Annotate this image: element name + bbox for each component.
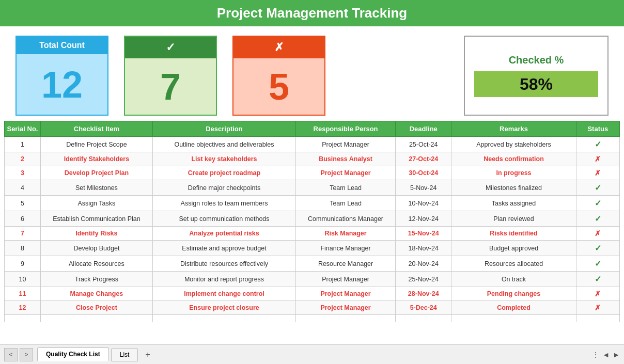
tab-nav-left-icon[interactable]: ◄ [602,351,610,359]
cell-person: Project Manager [296,166,396,180]
col-item: Checklist Item [40,121,152,137]
checklist-table: Serial No. Checklist Item Description Re… [4,121,620,322]
status-check-icon: ✓ [595,259,601,268]
cell-remarks: Risks identified [451,227,576,241]
percent-bar: 58% [474,71,598,97]
status-cross-icon: ✗ [595,304,601,312]
status-check-icon: ✓ [595,199,601,208]
status-check-icon: ✓ [595,275,601,283]
cell-remarks: On track [451,272,576,287]
cell-desc: List key stakeholders [152,152,295,166]
cell-item: Assign Tasks [40,196,152,211]
cell-item: Track Progress [40,272,152,287]
cell-deadline: 28-Nov-24 [395,287,451,301]
table-row: 6 Establish Communication Plan Set up co… [5,211,620,227]
cell-deadline: 5-Nov-24 [395,180,451,196]
cell-item: Establish Communication Plan [40,211,152,227]
cell-deadline: 5-Dec-24 [395,301,451,315]
cell-serial: 7 [5,227,41,241]
cell-remarks: Resources allocated [451,256,576,272]
cross-count-card: ✗ 5 [232,36,325,116]
table-row: 8 Develop Budget Estimate and approve bu… [5,241,620,256]
cell-serial: 2 [5,152,41,166]
cell-person: Project Manager [296,301,396,315]
cell-desc: Analyze potential risks [152,227,295,241]
cell-remarks: Budget approved [451,241,576,256]
cell-remarks: Milestones finalized [451,180,576,196]
table-row: 4 Set Milestones Define major checkpoint… [5,180,620,196]
cell-person: Project Manager [296,137,396,152]
cell-person: Project Manager [296,287,396,301]
cell-item: Develop Project Plan [40,166,152,180]
tab-prev-button[interactable]: < [4,348,18,361]
cell-deadline: 15-Nov-24 [395,227,451,241]
checklist-table-wrapper: Serial No. Checklist Item Description Re… [0,121,624,322]
cell-status: ✗ [576,166,619,180]
status-check-icon: ✓ [595,214,601,223]
cell-status: ✓ [576,241,619,256]
cross-icon: ✗ [233,37,324,58]
cell-serial: 9 [5,256,41,272]
cell-person: Project Manager [296,272,396,287]
cell-person: Team Lead [296,196,396,211]
table-body: 1 Define Project Scope Outline objective… [5,137,620,323]
cell-deadline: 30-Oct-24 [395,166,451,180]
status-cross-icon: ✗ [595,290,601,298]
col-deadline: Deadline [395,121,451,137]
tab-next-button[interactable]: > [20,348,33,361]
col-desc: Description [152,121,295,137]
cell-serial: 8 [5,241,41,256]
table-row: 2 Identify Stakeholders List key stakeho… [5,152,620,166]
tab-list[interactable]: List [111,348,138,361]
tab-bar-right: ⋮ ◄ ► [592,351,620,359]
cell-item: Set Milestones [40,180,152,196]
cell-remarks: Completed [451,301,576,315]
col-status: Status [576,121,619,137]
table-header-row: Serial No. Checklist Item Description Re… [5,121,620,137]
tab-more-icon[interactable]: ⋮ [592,351,599,359]
table-row: 7 Identify Risks Analyze potential risks… [5,227,620,241]
total-count-label: Total Count [17,37,107,54]
cell-serial: 3 [5,166,41,180]
table-row: 10 Track Progress Monitor and report pro… [5,272,620,287]
col-serial: Serial No. [5,121,41,137]
cell-item: Manage Changes [40,287,152,301]
cell-desc: Implement change control [152,287,295,301]
cell-item: Define Project Scope [40,137,152,152]
col-person: Responsible Person [296,121,396,137]
tab-add-button[interactable]: + [141,349,154,360]
status-cross-icon: ✗ [595,169,601,177]
status-check-icon: ✓ [595,244,601,252]
tab-quality-check-list[interactable]: Quality Check List [37,347,109,361]
table-row: 12 Close Project Ensure project closure … [5,301,620,315]
cell-deadline: 20-Nov-24 [395,256,451,272]
total-count-card: Total Count 12 [15,36,108,116]
cell-desc: Ensure project closure [152,301,295,315]
cell-item: Identify Stakeholders [40,152,152,166]
total-count-value: 12 [17,54,107,115]
checked-percent-label: Checked % [509,54,564,66]
cell-item: Close Project [40,301,152,315]
percent-value: 58% [520,75,553,94]
cell-serial: 1 [5,137,41,152]
cell-person: Team Lead [296,180,396,196]
cell-desc: Assign roles to team members [152,196,295,211]
cell-status: ✗ [576,227,619,241]
check-count-value: 7 [125,58,216,115]
cell-status: ✓ [576,272,619,287]
cell-item: Develop Budget [40,241,152,256]
tab-nav-right-icon[interactable]: ► [613,351,620,359]
table-row: 5 Assign Tasks Assign roles to team memb… [5,196,620,211]
cell-status: ✗ [576,301,619,315]
cell-deadline: 10-Nov-24 [395,196,451,211]
cell-status: ✓ [576,180,619,196]
cell-desc: Define major checkpoints [152,180,295,196]
check-count-card: ✓ 7 [124,36,217,116]
table-row: 11 Manage Changes Implement change contr… [5,287,620,301]
cell-remarks: Needs confirmation [451,152,576,166]
status-check-icon: ✓ [595,183,601,192]
cell-desc: Estimate and approve budget [152,241,295,256]
cell-status: ✓ [576,256,619,272]
cell-remarks: Tasks assigned [451,196,576,211]
cell-desc: Outline objectives and deliverables [152,137,295,152]
